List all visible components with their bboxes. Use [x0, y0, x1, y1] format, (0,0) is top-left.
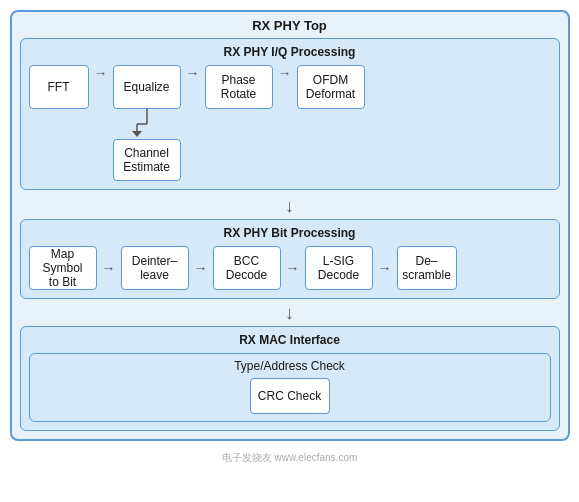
arrow-eq-phase: → [181, 65, 205, 81]
arrow-fft-eq: → [89, 65, 113, 81]
fft-block: FFT [29, 65, 89, 109]
equalize-block: Equalize [113, 65, 181, 109]
arrow-map-deinter: → [97, 260, 121, 276]
arrow-deinter-bcc: → [189, 260, 213, 276]
branch-arrow-down [132, 109, 162, 139]
main-title: RX PHY Top [20, 18, 560, 33]
deinterleave-block: Deinter– leave [121, 246, 189, 290]
iq-section: RX PHY I/Q Processing FFT → Equalize [20, 38, 560, 190]
mac-inner-box: Type/Address Check CRC Check [29, 353, 551, 422]
equalize-column: Equalize Channel Estimate [113, 65, 181, 181]
crc-check-block: CRC Check [250, 378, 330, 414]
iq-title: RX PHY I/Q Processing [29, 45, 551, 59]
bit-row: Map Symbol to Bit → Deinter– leave → BCC… [29, 246, 551, 290]
arrow-lsig-descramble: → [373, 260, 397, 276]
phase-rotate-block: Phase Rotate [205, 65, 273, 109]
lsig-decode-block: L-SIG Decode [305, 246, 373, 290]
crc-row: CRC Check [38, 378, 542, 414]
arrow-bit-mac: ↓ [20, 303, 560, 324]
arrow-phase-ofdm: → [273, 65, 297, 81]
bit-section: RX PHY Bit Processing Map Symbol to Bit … [20, 219, 560, 299]
arrow-iq-bit: ↓ [20, 196, 560, 217]
bcc-decode-block: BCC Decode [213, 246, 281, 290]
descramble-block: De– scramble [397, 246, 457, 290]
channel-estimate-block: Channel Estimate [113, 139, 181, 181]
mac-title: RX MAC Interface [29, 333, 551, 347]
arrow-bcc-lsig: → [281, 260, 305, 276]
svg-marker-3 [132, 131, 142, 137]
map-symbol-block: Map Symbol to Bit [29, 246, 97, 290]
outer-container: RX PHY Top RX PHY I/Q Processing FFT → E… [10, 10, 570, 441]
ofdm-deformat-block: OFDM Deformat [297, 65, 365, 109]
type-address-title: Type/Address Check [38, 359, 542, 373]
mac-section: RX MAC Interface Type/Address Check CRC … [20, 326, 560, 431]
watermark: 电子发烧友 www.elecfans.com [0, 451, 579, 465]
bit-title: RX PHY Bit Processing [29, 226, 551, 240]
